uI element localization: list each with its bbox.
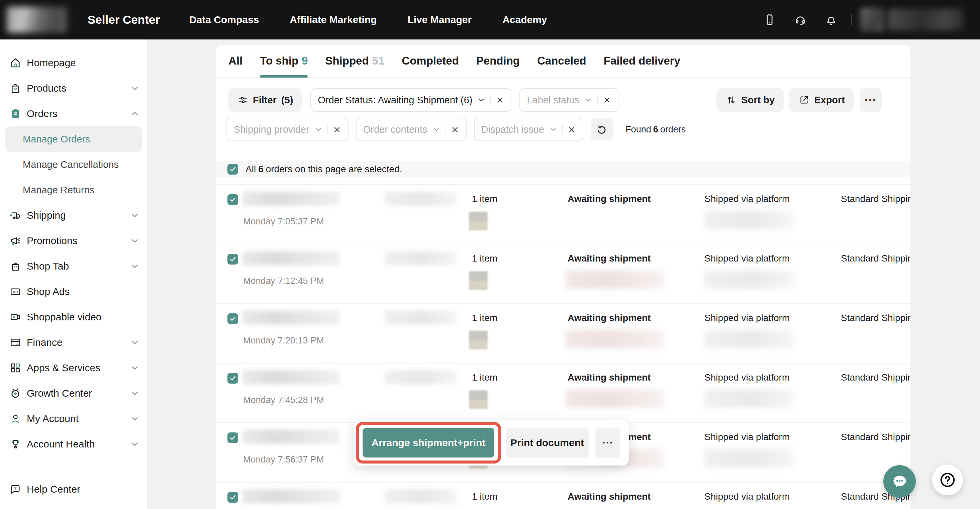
- order-status: Awaiting shipment: [568, 491, 651, 502]
- order-id-redacted: [242, 430, 339, 444]
- select-all-checkbox[interactable]: [228, 164, 238, 175]
- close-icon[interactable]: [496, 96, 504, 104]
- more-actions-button[interactable]: ···: [859, 88, 882, 112]
- row-checkbox[interactable]: [228, 433, 238, 443]
- product-thumbnail: [469, 390, 488, 409]
- filter-button[interactable]: Filter (5): [228, 88, 302, 112]
- shopads-icon: AD: [10, 286, 21, 297]
- account-avatar-redacted[interactable]: [860, 8, 885, 32]
- sidebar-item-label: Growth Center: [27, 388, 92, 399]
- item-count: 1 item: [472, 372, 497, 383]
- sidebar-item-my-account[interactable]: My Account: [0, 406, 147, 431]
- order-id-redacted: [242, 489, 339, 503]
- apps-icon: [10, 362, 21, 374]
- chevron-down-icon: [130, 261, 140, 271]
- chevron-down-icon[interactable]: [584, 95, 593, 104]
- sidebar-item-label: Shipping: [27, 210, 66, 221]
- print-document-button[interactable]: Print document: [506, 428, 589, 458]
- help-fab-button[interactable]: [932, 464, 963, 495]
- chip-divider: [445, 125, 446, 134]
- headset-icon[interactable]: [794, 13, 807, 26]
- filter-chip-shipping-provider[interactable]: Shipping provider: [226, 118, 348, 141]
- tab-failed-delivery[interactable]: Failed delivery: [604, 45, 680, 77]
- item-count: 1 item: [472, 253, 497, 264]
- sidebar-item-apps-services[interactable]: Apps & Services: [0, 355, 147, 380]
- finance-icon: [10, 336, 21, 348]
- close-icon[interactable]: [568, 126, 576, 134]
- tab-completed[interactable]: Completed: [402, 45, 459, 77]
- filter-chip-label-status[interactable]: Label status: [519, 88, 618, 112]
- chevron-down-icon[interactable]: [314, 125, 323, 134]
- reset-filters-button[interactable]: [591, 118, 613, 140]
- ellipsis-icon: ···: [602, 436, 613, 449]
- row-checkbox[interactable]: [228, 254, 238, 264]
- filter-chip-order-contents[interactable]: Order contents: [356, 118, 466, 141]
- close-icon[interactable]: [333, 126, 341, 134]
- tab-canceled[interactable]: Canceled: [537, 45, 586, 77]
- tab-count-badge: 9: [302, 54, 308, 67]
- export-button[interactable]: Export: [789, 88, 854, 112]
- tab-shipped[interactable]: Shipped51: [325, 45, 384, 77]
- tab-all[interactable]: All: [228, 45, 242, 77]
- sidebar-item-label: Promotions: [27, 235, 78, 247]
- deadline-redacted: [566, 270, 665, 289]
- sidebar-item-label: Apps & Services: [27, 362, 100, 374]
- chevron-down-icon: [130, 210, 140, 220]
- bell-icon[interactable]: [825, 13, 837, 26]
- filter-chip-dispatch-issue[interactable]: Dispatch issue: [474, 118, 584, 141]
- tab-pending[interactable]: Pending: [476, 45, 520, 77]
- sidebar-item-finance[interactable]: Finance: [0, 330, 147, 355]
- chevron-down-icon[interactable]: [549, 125, 558, 134]
- filter-chip-order-status[interactable]: Order Status: Awaiting Shipment (6): [310, 88, 511, 112]
- chat-fab-button[interactable]: [883, 465, 916, 498]
- shipping-channel: Shipped via platform: [705, 372, 790, 383]
- popup-more-button[interactable]: ···: [595, 428, 620, 458]
- sidebar-item-products[interactable]: Products: [0, 76, 147, 101]
- refresh-icon: [596, 124, 608, 135]
- selection-text: All6orders on this page are selected.: [245, 164, 402, 175]
- sidebar-item-shipping[interactable]: Shipping: [0, 203, 147, 228]
- sidebar-item-manage-cancellations[interactable]: Manage Cancellations: [5, 152, 142, 177]
- close-icon[interactable]: [603, 96, 611, 104]
- chevron-down-icon: [130, 388, 140, 398]
- tab-count-badge: 51: [372, 54, 385, 67]
- sidebar-item-help-center[interactable]: ?Help Center: [0, 477, 147, 502]
- filter-row-2: Shipping providerOrder contentsDispatch …: [226, 118, 686, 141]
- close-icon[interactable]: [451, 126, 459, 134]
- order-id-redacted: [242, 251, 339, 265]
- mobile-icon[interactable]: [763, 13, 776, 26]
- row-checkbox[interactable]: [228, 313, 238, 324]
- account-name-redacted[interactable]: [888, 9, 963, 30]
- sidebar-item-account-health[interactable]: Account Health: [0, 431, 147, 457]
- sort-by-button[interactable]: Sort by: [716, 88, 784, 112]
- row-checkbox[interactable]: [228, 492, 238, 503]
- sidebar-item-orders[interactable]: Orders: [0, 101, 147, 126]
- row-checkbox[interactable]: [228, 373, 238, 383]
- sidebar-item-promotions[interactable]: Promotions: [0, 228, 147, 253]
- tab-to-ship[interactable]: To ship9: [260, 45, 308, 77]
- chevron-down-icon[interactable]: [432, 125, 441, 134]
- shipping-channel: Shipped via platform: [705, 194, 790, 204]
- sidebar-item-shop-ads[interactable]: ADShop Ads: [0, 279, 147, 304]
- order-time: Monday 7:56:37 PM: [243, 455, 324, 465]
- chevron-down-icon[interactable]: [477, 95, 486, 104]
- sidebar-item-manage-orders[interactable]: Manage Orders: [5, 126, 142, 152]
- growth-icon: [10, 387, 21, 399]
- topbar-link-affiliate-marketing[interactable]: Affiliate Marketing: [290, 14, 377, 25]
- shoptab-icon: [10, 260, 21, 272]
- row-checkbox[interactable]: [228, 194, 238, 205]
- filter-row-1: Filter (5) Order Status: Awaiting Shipme…: [228, 88, 619, 112]
- topbar-link-academy[interactable]: Academy: [503, 14, 547, 25]
- arrange-shipment-print-button[interactable]: Arrange shipment+print: [363, 428, 494, 458]
- sidebar-item-manage-returns[interactable]: Manage Returns: [5, 177, 142, 203]
- topbar-link-live-manager[interactable]: Live Manager: [407, 14, 472, 25]
- sidebar-item-homepage[interactable]: Homepage: [0, 50, 147, 76]
- sidebar-item-shop-tab[interactable]: Shop Tab: [0, 253, 147, 279]
- order-status: Awaiting shipment: [568, 194, 651, 204]
- topbar-link-data-compass[interactable]: Data Compass: [189, 14, 259, 25]
- products-icon: [10, 82, 21, 94]
- chevron-down-icon: [130, 337, 140, 347]
- order-row: Monday 7:45:28 PM 1 item Awaiting shipme…: [216, 363, 910, 422]
- sidebar-item-growth-center[interactable]: Growth Center: [0, 380, 147, 406]
- sidebar-item-shoppable-video[interactable]: Shoppable video: [0, 304, 147, 330]
